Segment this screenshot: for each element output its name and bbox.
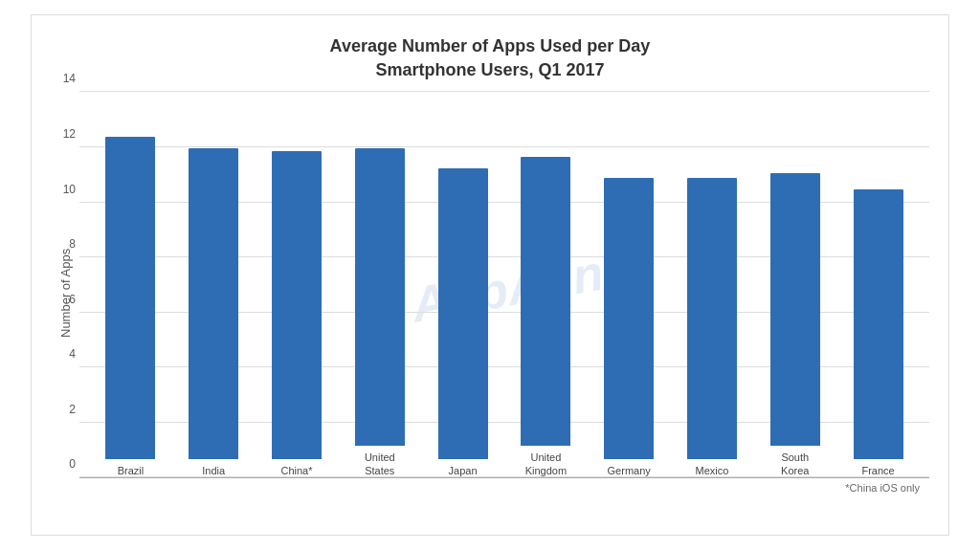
bar [770, 173, 820, 446]
bar-label: Japan [434, 464, 492, 477]
bar-label: Germany [600, 464, 657, 477]
title-line2: Smartphone Users, Q1 2017 [375, 60, 604, 79]
bar [105, 137, 155, 459]
bar-group: China* [256, 92, 339, 477]
chart-title: Average Number of Apps Used per Day Smar… [51, 34, 929, 82]
bar-group: Japan [421, 92, 504, 477]
title-line1: Average Number of Apps Used per Day [330, 36, 651, 55]
bar-group: UnitedKingdom [504, 92, 588, 477]
bar-label: SouthKorea [767, 451, 824, 478]
chart-container: Average Number of Apps Used per Day Smar… [31, 14, 949, 536]
bar [272, 151, 322, 459]
y-tick-label: 2 [53, 403, 76, 416]
bar-label: UnitedKingdom [517, 451, 574, 478]
bar-label: India [185, 464, 242, 477]
bar [189, 148, 238, 459]
x-axis-line [79, 477, 929, 478]
y-tick-label: 4 [53, 347, 76, 361]
bar-label: UnitedStates [351, 451, 409, 478]
bar [438, 168, 488, 459]
bar [521, 157, 570, 446]
bar-group: India [172, 92, 256, 477]
plot-area: AppAnnie 02468101214 BrazilIndiaChina*Un… [79, 92, 929, 494]
bar-group: SouthKorea [753, 92, 836, 477]
bar-label: Mexico [683, 464, 741, 477]
bars-row: BrazilIndiaChina*UnitedStatesJapanUnited… [79, 92, 929, 477]
bar [355, 148, 405, 446]
y-tick-label: 10 [53, 183, 76, 196]
chart-area: Number of Apps AppAnnie 02468101214 Braz… [51, 92, 929, 494]
grid-and-bars: AppAnnie 02468101214 BrazilIndiaChina*Un… [79, 92, 929, 477]
footnote: *China iOS only [79, 482, 929, 494]
bar [604, 178, 654, 459]
bar-label: France [850, 464, 907, 477]
bar-label: Brazil [101, 464, 159, 477]
bar-group: UnitedStates [338, 92, 421, 477]
bar [687, 178, 737, 459]
y-tick-label: 8 [53, 237, 76, 251]
y-tick-label: 14 [53, 72, 76, 85]
bar-group: Germany [588, 92, 671, 477]
bar-group: Brazil [89, 92, 172, 477]
bar [854, 189, 903, 459]
bar-group: Mexico [671, 92, 754, 477]
y-tick-label: 0 [53, 457, 76, 471]
bar-label: China* [268, 464, 325, 477]
bar-group: France [836, 92, 920, 477]
y-tick-label: 6 [53, 293, 76, 306]
y-tick-label: 12 [53, 127, 76, 141]
